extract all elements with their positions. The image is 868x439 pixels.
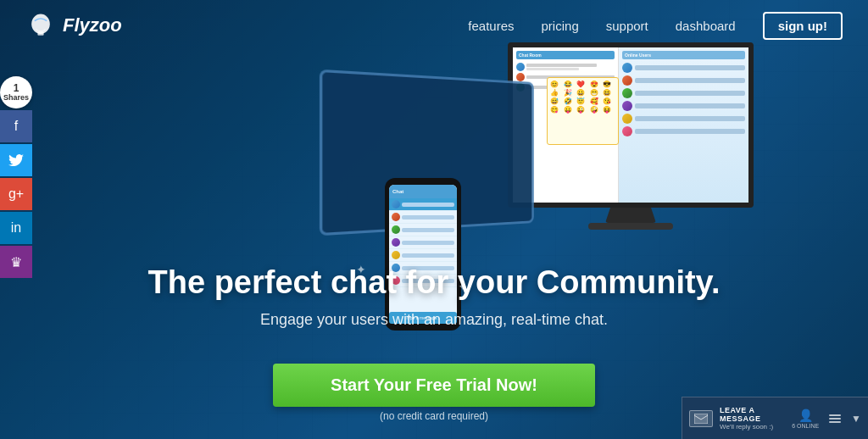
twitter-button[interactable] [0,144,32,176]
chat-widget-subtitle: We'll reply soon :) [720,423,785,431]
hero-content: The perfect chat for your Community. Eng… [137,264,731,346]
navbar: Flyzoo features pricing support dashboar… [0,0,868,51]
hero-title: The perfect chat for your Community. [137,264,731,303]
emoji-20: 😝 [603,106,615,114]
phone-chat-row-1 [389,198,457,211]
user-avatar-sm-2 [622,75,632,86]
user-row-1 [622,63,745,73]
emoji-3: ❤️ [576,81,589,88]
emoji-6: 👍 [550,89,563,97]
chat-widget-text: LEAVE A MESSAGE We'll reply soon :) [720,406,785,431]
monitor-mockup: Chat Room [495,42,766,254]
chat-right-header: Online Users [622,51,745,59]
nav-dashboard[interactable]: dashboard [676,19,736,33]
phone-avatar-2 [392,213,400,221]
user-row-2 [622,75,745,86]
nav-pricing[interactable]: pricing [542,19,579,33]
user-avatar-sm-4 [622,101,632,111]
emoji-14: 🥰 [590,97,603,105]
chat-right-panel: Online Users [619,47,748,203]
chat-menu-button[interactable] [826,411,844,426]
user-row-4 [622,101,745,111]
emoji-18: 😜 [576,106,589,114]
emoji-panel: 😊 😂 ❤️ 😍 😎 👍 🎉 😀 😁 😆 😅 [547,77,619,145]
emoji-12: 🤣 [564,97,576,105]
online-count: 6 ONLINE [792,423,819,429]
live-chat-widget[interactable]: LEAVE A MESSAGE We'll reply soon :) 👤 6 … [682,397,868,439]
chat-right-header-text: Online Users [625,53,651,58]
monitor-base [588,223,673,230]
emoji-4: 😍 [590,81,603,88]
emoji-13: 😇 [576,97,589,105]
menu-line-1 [829,414,841,416]
phone-bar-4 [402,241,454,245]
person-icon: 👤 [798,408,813,422]
nav-support[interactable]: support [606,19,648,33]
user-name-bar-1 [635,65,745,70]
svg-rect-1 [37,31,43,36]
menu-line-2 [829,418,841,420]
user-row-6 [622,126,745,136]
user-name-bar-3 [635,91,745,96]
logo-text: Flyzoo [63,14,122,36]
user-row-5 [622,114,745,124]
user-avatar-sm-3 [622,88,632,98]
chevron-down-icon[interactable]: ▼ [851,413,861,425]
user-name-bar-6 [635,129,745,134]
nav-features[interactable]: features [468,19,514,33]
emoji-2: 😂 [564,81,576,88]
emoji-11: 😅 [550,97,563,105]
emoji-10: 😆 [603,89,615,97]
envelope-svg [694,414,708,424]
emoji-8: 😀 [576,89,589,97]
emoji-17: 😛 [564,106,576,114]
phone-header-text: Chat [392,189,403,194]
crown-button[interactable]: ♛ [0,246,32,278]
chat-left-header: Chat Room [516,51,615,59]
phone-bar-2 [402,215,454,220]
logo[interactable]: Flyzoo [25,10,122,41]
chat-bar-1b [526,68,579,70]
cta-button[interactable]: Start Your Free Trial Now! [273,364,595,407]
emoji-7: 🎉 [564,89,576,97]
envelope-icon [689,410,713,427]
facebook-button[interactable]: f [0,110,32,142]
phone-chat-row-2 [389,211,457,224]
chat-msg-1 [526,64,615,70]
phone-avatar-1 [392,200,400,208]
shares-label: Shares [3,93,29,102]
phone-chat-row-3 [389,224,457,236]
emoji-19: 🤪 [590,106,603,114]
phone-header: Chat [389,185,457,198]
phone-bar-1 [402,203,454,207]
chat-widget-title: LEAVE A MESSAGE [720,406,785,423]
chat-row-1 [516,63,615,71]
hero-subtitle: Engage your users with an amazing, real-… [137,311,731,329]
phone-chat-row-4 [389,236,457,249]
user-row-3 [622,88,745,98]
emoji-15: 😘 [603,97,615,105]
emoji-1: 😊 [550,81,563,88]
cta-subtext: (no credit card required) [273,410,595,422]
shares-badge: 1 Shares [0,76,32,108]
shares-count: 1 [14,83,19,93]
phone-chat-row-5 [389,249,457,262]
signup-button[interactable]: sign up! [763,12,843,40]
chat-left-header-text: Chat Room [519,53,542,58]
googleplus-button[interactable]: g+ [0,178,32,210]
svg-rect-4 [694,414,708,424]
chat-avatar-2 [516,73,525,81]
social-sidebar: 1 Shares f g+ in ♛ [0,76,32,278]
hero-section: Flyzoo features pricing support dashboar… [0,0,868,439]
phone-bar-5 [402,253,454,258]
menu-line-3 [829,421,841,423]
emoji-9: 😁 [590,89,603,97]
emoji-5: 😎 [603,81,615,88]
phone-avatar-5 [392,251,400,259]
user-name-bar-4 [635,103,745,108]
user-avatar-sm-6 [622,126,632,136]
cta-area: Start Your Free Trial Now! (no credit ca… [273,364,595,422]
linkedin-button[interactable]: in [0,212,32,244]
monitor-screen-inner: Chat Room [513,47,748,203]
user-avatar-sm-1 [622,63,632,73]
